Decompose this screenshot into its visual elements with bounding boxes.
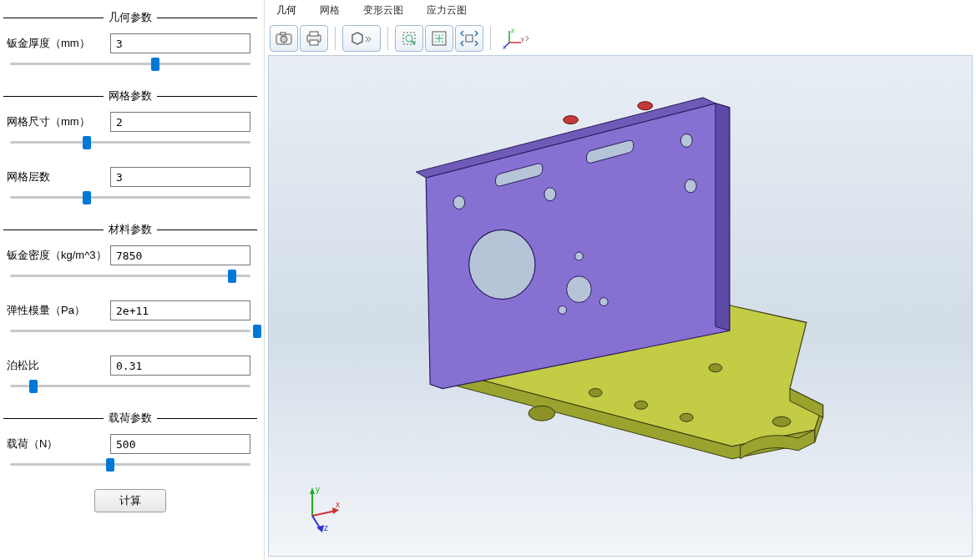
svg-text:x: x [336,500,340,509]
input-load[interactable] [110,434,250,454]
zoom-extents-icon [460,29,478,48]
svg-point-22 [528,406,555,421]
svg-point-23 [589,389,602,397]
svg-point-28 [772,416,791,426]
axis-gizmo: y x z [296,482,346,532]
svg-text:y: y [316,485,320,494]
tab-deform[interactable]: 变形云图 [351,0,415,22]
svg-text:z: z [324,523,328,532]
section-header-geometry: 几何参数 [3,10,257,25]
fit-view-button[interactable] [425,25,453,52]
svg-marker-44 [310,487,315,494]
slider-density[interactable] [3,267,257,285]
svg-marker-50 [316,525,324,532]
section-header-mesh: 网格参数 [3,88,257,103]
label-thickness: 钣金厚度（mm） [3,36,110,51]
zoom-window-button[interactable] [395,25,423,52]
label-load: 载荷（N） [3,436,110,452]
printer-icon [306,31,322,46]
svg-point-2 [281,36,287,43]
slider-load[interactable] [3,456,257,474]
svg-point-34 [469,230,535,299]
svg-point-38 [559,306,567,315]
calculate-button[interactable]: 计算 [94,489,166,512]
svg-text:x: x [503,43,506,49]
slider-poisson[interactable] [3,377,257,396]
zoom-window-icon [401,30,417,47]
print-button[interactable] [300,25,328,52]
svg-point-8 [406,35,412,42]
svg-point-40 [453,196,465,209]
input-poisson[interactable] [110,356,250,376]
slider-mesh-size[interactable] [3,134,257,152]
section-title-material: 材料参数 [104,222,157,237]
section-header-load: 载荷参数 [3,411,257,426]
svg-point-25 [680,413,693,421]
section-header-material: 材料参数 [3,222,257,237]
model-view [269,56,972,556]
tab-mesh[interactable]: 网格 [308,0,351,22]
svg-marker-6 [352,33,362,44]
label-poisson: 泊松比 [3,358,110,373]
slider-mesh-layers[interactable] [3,189,257,207]
zoom-extents-button[interactable] [455,25,483,52]
input-mesh-size[interactable] [110,112,250,132]
camera-icon [276,32,292,45]
section-title-mesh: 网格参数 [104,88,157,103]
axis-triad-icon: z y x [503,28,531,49]
svg-point-24 [635,401,648,409]
svg-rect-5 [310,40,318,45]
slider-youngs[interactable] [3,322,257,341]
svg-rect-1 [281,33,286,35]
svg-marker-33 [716,103,730,330]
label-mesh-size: 网格尺寸（mm） [3,114,110,129]
tab-geometry[interactable]: 几何 [265,0,308,22]
viewer-toolbar: z y x [265,22,976,55]
hexagon-icon [350,31,373,46]
view-mode-button[interactable] [342,25,381,52]
label-youngs: 弹性模量（Pa） [3,303,110,318]
section-title-geometry: 几何参数 [104,10,157,25]
svg-point-36 [544,188,556,201]
label-mesh-layers: 网格层数 [3,169,110,184]
fit-view-icon [431,30,448,47]
slider-thickness[interactable] [3,55,257,73]
3d-viewport[interactable]: y x z [268,55,973,557]
axis-orientation-button[interactable]: z y x [498,25,536,52]
section-title-load: 载荷参数 [104,411,157,426]
svg-rect-4 [310,32,318,36]
svg-point-37 [575,252,584,260]
input-thickness[interactable] [110,33,250,53]
svg-rect-11 [466,35,473,42]
svg-text:z: z [511,28,514,34]
svg-point-35 [567,276,592,303]
svg-point-30 [638,102,653,110]
svg-point-26 [709,364,722,372]
svg-point-29 [564,116,579,124]
svg-point-39 [599,298,608,306]
svg-line-46 [312,511,336,516]
screenshot-button[interactable] [270,25,298,52]
input-youngs[interactable] [110,300,250,320]
svg-line-9 [412,41,415,44]
tab-stress[interactable]: 应力云图 [415,0,478,22]
svg-text:y: y [521,35,524,43]
view-tabs: 几何 网格 变形云图 应力云图 [265,0,976,22]
label-density: 钣金密度（kg/m^3） [3,248,110,263]
parameters-panel: 几何参数 钣金厚度（mm） 网格参数 网格尺寸（mm） 网格层数 材料参 [0,0,264,560]
svg-point-41 [680,134,692,147]
input-density[interactable] [110,245,250,265]
svg-point-42 [685,179,696,193]
input-mesh-layers[interactable] [110,167,250,187]
viewer-panel: 几何 网格 变形云图 应力云图 [264,0,976,560]
